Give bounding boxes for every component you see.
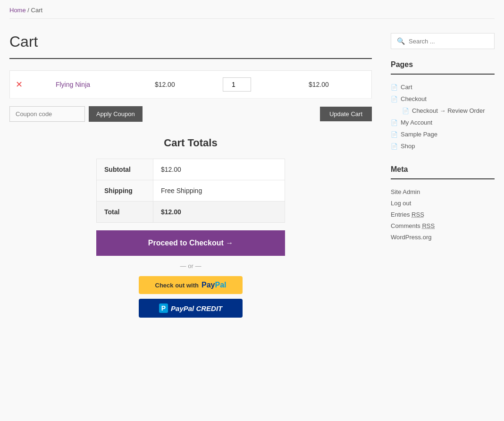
meta-item-entries-rss: Entries RSS — [391, 209, 495, 220]
meta-nav: Site Admin Log out Entries RSS Comments … — [391, 186, 495, 243]
sidebar-item-shop: 📄 Shop — [391, 140, 495, 152]
update-cart-button[interactable]: Update Cart — [320, 107, 372, 121]
table-row: ✕ Flying Ninja $12.00 $12.00 — [10, 71, 372, 99]
meta-item-log-out: Log out — [391, 197, 495, 209]
sidebar-link-sample-page[interactable]: Sample Page — [401, 131, 437, 138]
meta-item-comments-rss: Comments RSS — [391, 220, 495, 231]
meta-divider — [391, 178, 495, 179]
meta-link-comments-rss[interactable]: Comments RSS — [391, 222, 435, 229]
paypal-checkout-text: Check out with — [155, 282, 199, 289]
page-title: Cart — [9, 33, 372, 51]
page-icon: 📄 — [391, 131, 398, 138]
pages-divider — [391, 74, 495, 75]
breadcrumb-separator: / — [27, 7, 29, 14]
meta-link-entries-rss[interactable]: Entries RSS — [391, 211, 424, 218]
paypal-checkout-button[interactable]: Check out with PayPal — [139, 276, 243, 294]
product-qty-cell — [217, 71, 303, 99]
remove-cell: ✕ — [10, 71, 50, 99]
cart-totals: Cart Totals Subtotal $12.00 Shipping Fre… — [96, 137, 285, 318]
product-total-cell: $12.00 — [303, 71, 372, 99]
shipping-value: Free Shipping — [153, 180, 285, 202]
cart-totals-title: Cart Totals — [96, 137, 285, 149]
pages-section: Pages 📄 Cart 📄 Checkout 📄 Checkout → Rev… — [391, 60, 495, 152]
sidebar-item-checkout-review: 📄 Checkout → Review Order — [391, 105, 495, 117]
sidebar-item-checkout: 📄 Checkout — [391, 93, 495, 105]
coupon-section: Apply Coupon — [9, 106, 143, 122]
apply-coupon-button[interactable]: Apply Coupon — [89, 106, 143, 122]
paypal-buttons: Check out with PayPal P PayPal CREDIT — [96, 276, 285, 318]
shipping-row: Shipping Free Shipping — [97, 180, 285, 202]
total-label: Total — [97, 202, 153, 223]
subtotal-row: Subtotal $12.00 — [97, 159, 285, 180]
page-icon: 📄 — [391, 143, 398, 150]
quantity-input[interactable] — [223, 77, 251, 92]
or-text: or — [188, 262, 193, 269]
page-icon: 📄 — [391, 96, 398, 102]
paypal-logo-pal: Pal — [215, 281, 226, 289]
product-price-cell: $12.00 — [149, 71, 217, 99]
remove-item-button[interactable]: ✕ — [16, 80, 23, 89]
title-divider — [9, 58, 372, 59]
subtotal-label: Subtotal — [97, 159, 153, 180]
meta-link-log-out[interactable]: Log out — [391, 200, 411, 207]
paypal-credit-button[interactable]: P PayPal CREDIT — [139, 299, 243, 318]
paypal-credit-p: P — [159, 303, 168, 313]
search-input[interactable] — [409, 38, 488, 45]
total-row: Total $12.00 — [97, 202, 285, 223]
sidebar-item-sample-page: 📄 Sample Page — [391, 128, 495, 140]
sidebar-link-my-account[interactable]: My Account — [401, 119, 432, 126]
meta-link-wordpress-org[interactable]: WordPress.org — [391, 234, 431, 241]
sidebar-link-cart[interactable]: Cart — [401, 84, 412, 91]
sidebar-link-checkout-review[interactable]: Checkout → Review Order — [412, 107, 485, 114]
pages-section-title: Pages — [391, 60, 495, 69]
main-content: Cart ✕ Flying Ninja $12.00 — [9, 33, 372, 318]
cart-actions: Apply Coupon Update Cart — [9, 106, 372, 122]
proceed-to-checkout-button[interactable]: Proceed to Checkout → — [96, 230, 285, 256]
shipping-label: Shipping — [97, 180, 153, 202]
page-icon: 📄 — [391, 84, 398, 91]
cart-table: ✕ Flying Ninja $12.00 $12.00 — [9, 70, 372, 99]
breadcrumb: Home / Cart — [9, 0, 495, 19]
sidebar-link-shop[interactable]: Shop — [401, 143, 415, 150]
product-name-link[interactable]: Flying Ninja — [56, 81, 90, 88]
product-name-cell: Flying Ninja — [50, 71, 149, 99]
sidebar-item-my-account: 📄 My Account — [391, 117, 495, 128]
pages-nav: 📄 Cart 📄 Checkout 📄 Checkout → Review Or… — [391, 81, 495, 152]
paypal-logo-text: Pay — [202, 281, 215, 289]
page-icon: 📄 — [402, 108, 409, 114]
total-value: $12.00 — [153, 202, 285, 223]
sidebar-link-checkout[interactable]: Checkout — [401, 95, 427, 102]
page-icon: 📄 — [391, 119, 398, 126]
breadcrumb-home-link[interactable]: Home — [9, 7, 26, 14]
subtotal-value: $12.00 — [153, 159, 285, 180]
coupon-input[interactable] — [9, 106, 85, 122]
breadcrumb-current: Cart — [31, 7, 43, 14]
meta-item-site-admin: Site Admin — [391, 186, 495, 197]
meta-item-wordpress-org: WordPress.org — [391, 231, 495, 243]
paypal-credit-text: PayPal CREDIT — [171, 304, 222, 312]
or-divider: or — [96, 262, 285, 269]
meta-link-site-admin[interactable]: Site Admin — [391, 188, 420, 195]
sidebar-search-box[interactable]: 🔍 — [391, 33, 495, 49]
meta-section-title: Meta — [391, 165, 495, 174]
meta-section: Meta Site Admin Log out Entries RSS Comm… — [391, 165, 495, 243]
sidebar-item-cart: 📄 Cart — [391, 81, 495, 93]
totals-table: Subtotal $12.00 Shipping Free Shipping T… — [96, 159, 285, 223]
sidebar: 🔍 Pages 📄 Cart 📄 Checkout 📄 — [391, 33, 495, 243]
search-icon: 🔍 — [397, 37, 405, 45]
